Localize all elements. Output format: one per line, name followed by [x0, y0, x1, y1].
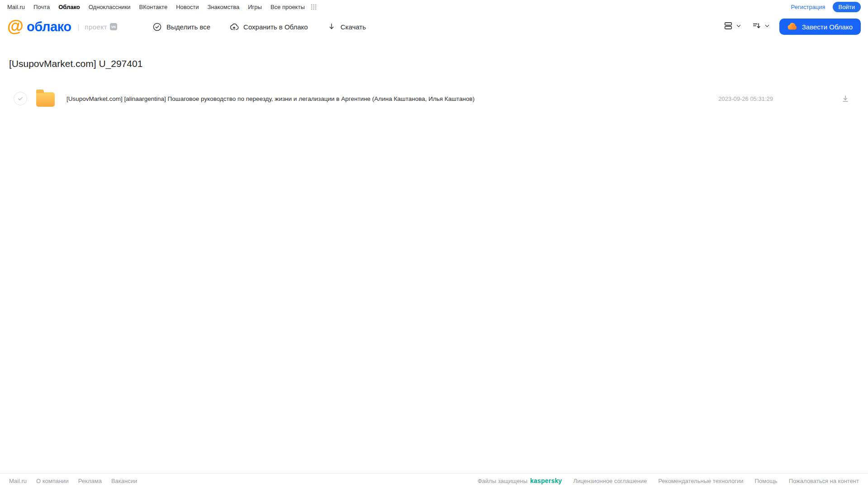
topbar-link-igry[interactable]: Игры	[248, 4, 262, 10]
footer-left-links: Mail.ru О компании Реклама Вакансии	[9, 478, 137, 484]
kaspersky-protection: Файлы защищены kaspersky	[478, 477, 562, 484]
login-button[interactable]: Войти	[833, 2, 861, 12]
all-projects-grid-icon[interactable]	[311, 4, 317, 10]
download-label: Скачать	[341, 23, 366, 31]
save-to-cloud-button[interactable]: Сохранить в Облако	[229, 22, 308, 32]
check-circle-icon	[152, 22, 162, 32]
topbar-link-all-projects[interactable]: Все проекты	[270, 4, 305, 10]
topbar-link-mailru[interactable]: Mail.ru	[7, 4, 25, 10]
cloud-upload-icon	[229, 22, 239, 32]
header: @ облако | проект VK Выделить все	[0, 14, 868, 39]
kaspersky-logo[interactable]: kaspersky	[530, 477, 562, 484]
footer-link-help[interactable]: Помощь	[754, 478, 777, 484]
select-all-button[interactable]: Выделить все	[152, 22, 210, 32]
get-cloud-label: Завести Облако	[802, 23, 853, 31]
download-arrow-icon	[327, 22, 336, 31]
mailru-at-icon: @	[7, 18, 24, 34]
cloud-icon	[787, 23, 797, 31]
row-checkbox[interactable]	[14, 92, 27, 105]
file-date: 2023-09-26 05:31:29	[718, 95, 773, 102]
cloud-logo[interactable]: @ облако | проект VK	[7, 19, 117, 34]
list-view-icon	[723, 21, 733, 33]
folder-icon	[36, 92, 55, 107]
topbar-link-vkontakte[interactable]: ВКонтакте	[139, 4, 168, 10]
topbar-link-oblako[interactable]: Облако	[58, 4, 80, 10]
topbar-link-odnoklassniki[interactable]: Одноклассники	[89, 4, 131, 10]
footer-link-ads[interactable]: Реклама	[78, 478, 102, 484]
toolbar: Выделить все Сохранить в Облако Скачать	[152, 22, 366, 32]
protected-by-label: Файлы защищены	[478, 478, 527, 484]
header-right-controls: Завести Облако	[723, 19, 861, 35]
footer-link-report[interactable]: Пожаловаться на контент	[789, 478, 859, 484]
footer-link-jobs[interactable]: Вакансии	[111, 478, 137, 484]
select-all-label: Выделить все	[166, 23, 210, 31]
footer-right-links: Файлы защищены kaspersky Лицензионное со…	[478, 477, 859, 484]
vk-logo-icon: VK	[110, 23, 117, 30]
chevron-down-icon	[735, 23, 742, 31]
topbar-link-novosti[interactable]: Новости	[176, 4, 199, 10]
save-to-cloud-label: Сохранить в Облако	[243, 23, 308, 31]
row-download-icon[interactable]	[841, 94, 850, 103]
file-name[interactable]: [UsupovMarket.com] [alinaargentina] Поша…	[66, 95, 718, 102]
main-content: [UsupovMarket.com] U_297401 [UsupovMarke…	[0, 39, 868, 473]
logo-text: облако	[27, 19, 71, 34]
footer-link-mailru[interactable]: Mail.ru	[9, 478, 27, 484]
get-cloud-button[interactable]: Завести Облако	[779, 19, 861, 35]
view-mode-selector[interactable]	[723, 21, 742, 33]
footer: Mail.ru О компании Реклама Вакансии Файл…	[0, 473, 868, 488]
footer-link-about[interactable]: О компании	[36, 478, 69, 484]
footer-link-license[interactable]: Лицензионное соглашение	[573, 478, 647, 484]
sort-selector[interactable]	[752, 21, 770, 33]
sort-icon	[752, 21, 762, 33]
topbar-link-znakomstva[interactable]: Знакомства	[207, 4, 239, 10]
project-vk-label: проект	[85, 23, 107, 31]
footer-link-recommendations[interactable]: Рекомендательные технологии	[658, 478, 743, 484]
file-row[interactable]: [UsupovMarket.com] [alinaargentina] Поша…	[7, 89, 861, 108]
portal-topbar: Mail.ru Почта Облако Одноклассники ВКонт…	[0, 0, 868, 14]
logo-separator: |	[77, 23, 79, 31]
registration-link[interactable]: Регистрация	[791, 4, 825, 10]
download-button[interactable]: Скачать	[327, 22, 366, 31]
chevron-down-icon	[764, 23, 770, 31]
page-title: [UsupovMarket.com] U_297401	[9, 58, 861, 69]
topbar-link-pochta[interactable]: Почта	[33, 4, 50, 10]
